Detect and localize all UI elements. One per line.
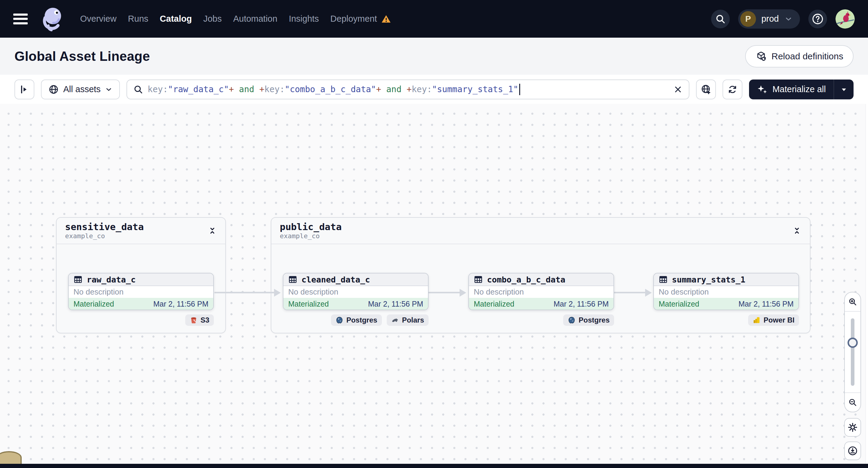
nav-item-catalog[interactable]: Catalog [160, 14, 192, 24]
download-icon [847, 445, 858, 456]
nav-item-overview[interactable]: Overview [80, 14, 117, 24]
search-icon [133, 84, 143, 95]
status-timestamp: Mar 2, 11:56 PM [153, 300, 209, 308]
node-description: No description [283, 286, 428, 298]
group-header: public_data example_co [271, 218, 810, 244]
refresh-button[interactable] [722, 80, 742, 99]
zoom-slider-track[interactable] [851, 318, 855, 386]
tag-polars[interactable]: Polars [387, 314, 429, 326]
download-graph-button[interactable] [844, 441, 861, 460]
materialize-options-caret[interactable] [834, 80, 854, 99]
warning-icon [381, 14, 391, 24]
nav-item-automation[interactable]: Automation [233, 14, 277, 24]
zoom-slider-handle[interactable] [847, 338, 858, 348]
group-title: public_data [280, 222, 342, 232]
collapse-group-icon[interactable] [208, 226, 217, 235]
asset-lineage-canvas[interactable]: sensitive_data example_co public_data ex… [0, 104, 868, 468]
text-cursor [519, 84, 520, 95]
search-button[interactable] [711, 10, 730, 28]
caret-down-icon [840, 85, 848, 94]
group-location: example_co [280, 232, 342, 240]
edge-cleaned-to-combo [429, 292, 460, 293]
asset-node-combo-a-b-c-data[interactable]: combo_a_b_c_data No description Material… [468, 273, 614, 310]
group-location: example_co [65, 232, 144, 240]
corner-illustration [0, 451, 22, 464]
tag-power-bi[interactable]: Power BI [748, 314, 799, 326]
postgres-icon [336, 316, 343, 324]
top-navbar: Overview Runs Catalog Jobs Automation In… [0, 0, 868, 38]
status-timestamp: Mar 2, 11:56 PM [554, 300, 609, 308]
collapse-group-icon[interactable] [793, 226, 801, 235]
nav-item-insights[interactable]: Insights [289, 14, 319, 24]
asset-node-summary-stats-1[interactable]: summary_stats_1 No description Materiali… [653, 273, 799, 310]
lineage-query-input[interactable]: key:"raw_data_c"+ and +key:"combo_a_b_c_… [126, 80, 689, 99]
nav-item-deployment[interactable]: Deployment [331, 14, 391, 24]
zoom-in-icon [848, 297, 858, 307]
node-tags: Power BI [653, 314, 799, 326]
s3-icon [190, 316, 197, 324]
tag-postgres[interactable]: Postgres [331, 314, 382, 326]
status-badge: Materialized [474, 300, 515, 308]
node-tags: Postgres [468, 314, 614, 326]
edge-raw-to-cleaned [214, 292, 275, 293]
environment-switcher[interactable]: P prod [738, 9, 800, 29]
node-description: No description [654, 286, 799, 298]
menu-icon[interactable] [13, 13, 28, 24]
clear-query-icon[interactable] [673, 85, 683, 94]
table-icon [474, 275, 483, 284]
page-title: Global Asset Lineage [14, 49, 150, 64]
node-status-row: Materialized Mar 2, 11:56 PM [69, 298, 213, 310]
panel-expand-icon [19, 84, 30, 95]
table-icon [73, 275, 83, 284]
zoom-controls [844, 292, 861, 412]
page-header: Global Asset Lineage Reload definitions [0, 38, 868, 75]
chevron-down-icon [105, 86, 113, 93]
zoom-out-button[interactable] [845, 393, 861, 412]
node-status-row: Materialized Mar 2, 11:56 PM [654, 298, 799, 310]
scrollbar-track[interactable] [866, 104, 868, 464]
node-tags: Postgres Polars [283, 314, 429, 326]
view-global-graph-button[interactable] [696, 80, 716, 99]
primary-nav: Overview Runs Catalog Jobs Automation In… [80, 14, 391, 24]
node-description: No description [69, 286, 213, 298]
globe-plus-icon [701, 84, 711, 95]
node-description: No description [469, 286, 614, 298]
reload-definitions-button[interactable]: Reload definitions [745, 45, 854, 67]
refresh-icon [727, 84, 738, 95]
graph-settings-button[interactable] [844, 418, 861, 437]
nav-item-jobs[interactable]: Jobs [203, 14, 222, 24]
status-badge: Materialized [73, 300, 114, 308]
zoom-in-button[interactable] [845, 292, 861, 312]
asset-scope-dropdown[interactable]: All assets [41, 80, 120, 99]
help-button[interactable] [808, 10, 827, 28]
tag-s3[interactable]: S3 [185, 314, 214, 326]
materialize-all-button[interactable]: Materialize all [749, 80, 834, 99]
powerbi-icon [753, 316, 761, 324]
globe-icon [48, 84, 59, 95]
asset-node-raw-data-c[interactable]: raw_data_c No description Materialized M… [68, 273, 214, 310]
zoom-out-icon [848, 398, 858, 407]
gear-icon [847, 422, 858, 433]
status-badge: Materialized [659, 300, 699, 308]
open-asset-panel-button[interactable] [14, 80, 34, 99]
user-avatar[interactable] [835, 9, 855, 29]
status-timestamp: Mar 2, 11:56 PM [368, 300, 423, 308]
materialize-all-split-button: Materialize all [749, 80, 854, 99]
table-icon [288, 275, 297, 284]
query-text: key:"raw_data_c"+ and +key:"combo_a_b_c_… [148, 84, 520, 95]
dagster-logo-icon[interactable] [38, 3, 66, 35]
polars-icon [391, 316, 399, 324]
environment-avatar: P [740, 11, 756, 27]
nav-item-runs[interactable]: Runs [128, 14, 149, 24]
postgres-icon [568, 316, 576, 324]
zoom-slider[interactable] [845, 312, 861, 393]
bottom-edge-bar [0, 464, 868, 468]
status-badge: Materialized [288, 300, 329, 308]
chevron-down-icon [784, 15, 793, 23]
sparkles-icon [757, 84, 768, 95]
tag-postgres[interactable]: Postgres [563, 314, 614, 326]
lineage-toolbar: All assets key:"raw_data_c"+ and +key:"c… [0, 75, 868, 104]
asset-node-cleaned-data-c[interactable]: cleaned_data_c No description Materializ… [283, 273, 429, 310]
navbar-right: P prod [711, 9, 855, 29]
group-title: sensitive_data [65, 222, 144, 232]
